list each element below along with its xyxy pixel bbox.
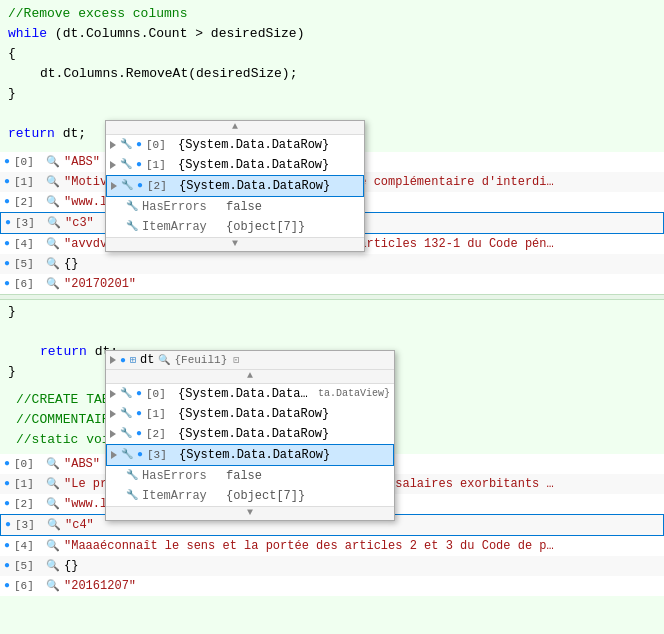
sub-row2-1[interactable]: 🔧 ● [1] {System.Data.DataRow} [106,404,394,424]
bullet-1: ● [136,156,142,174]
list2-index-2: [2] [14,495,42,513]
bullet-0: ● [136,136,142,154]
prop2-label-item: ItemArray [142,487,222,505]
list2-val-3: "c4" [65,516,94,534]
bullet2-2: ● [136,425,142,443]
expand-icon-dt2[interactable] [110,356,116,364]
bullet-list-4: ● [4,235,10,253]
bullet2-0: ● [136,385,142,403]
expand-icon2-0[interactable] [110,390,116,398]
expand-icon-2[interactable] [111,182,117,190]
list-val-6: "20170201" [64,275,136,293]
magnify-icon-1[interactable]: 🔍 [46,175,60,189]
list-row-6[interactable]: ● [6] 🔍 "20170201" [0,274,664,294]
wrench-icon-has: 🔧 [126,198,138,216]
list-row-5[interactable]: ● [5] 🔍 {} [0,254,664,274]
index-1: [1] [146,156,174,174]
code-brace-close: } [0,84,664,104]
list-index-3: [3] [15,214,43,232]
list2-index-6: [6] [14,577,42,595]
while-condition: (dt.Columns.Count > desiredSize) [55,26,305,41]
sub-row-2[interactable]: 🔧 ● [2] {System.Data.DataRow} [106,175,364,197]
magnify-icon-0[interactable]: 🔍 [46,155,60,169]
magnify2-icon-6[interactable]: 🔍 [46,579,60,593]
bottom-section: } return dt; } ● ⊞ dt 🔍 {Feuil1} ⊡ ▲ 🔧 [0,300,664,634]
list2-val-4: "Maaaéconnaît le sens et la portée des a… [64,537,554,555]
list2-val-0: "ABS" [64,455,100,473]
wrench-icon-0: 🔧 [120,136,132,154]
magnify-icon-2[interactable]: 🔍 [46,195,60,209]
expand-icon-1[interactable] [110,161,116,169]
bullet-list-3: ● [5,214,11,232]
prop-val-haserrors: false [226,198,262,216]
scroll-up-btn-2[interactable]: ▲ [106,370,394,384]
scroll-down-btn-2[interactable]: ▼ [106,506,394,520]
list2-row-4[interactable]: ● [4] 🔍 "Maaaéconnaît le sens et la port… [0,536,664,556]
code-brace-open: { [0,44,664,64]
magnify-icon-5[interactable]: 🔍 [46,257,60,271]
magnify-icon-3[interactable]: 🔍 [47,216,61,230]
bullet-dt2: ● [120,355,126,366]
sub-row2-0[interactable]: 🔧 ● [0] {System.Data.DataRow} ta.DataVie… [106,384,394,404]
value-0: {System.Data.DataRow} [178,136,329,154]
brace-icon-2[interactable]: ⊡ [233,354,239,366]
wrench2-2: 🔧 [120,425,132,443]
magnify-icon-6[interactable]: 🔍 [46,277,60,291]
sub-row-0[interactable]: 🔧 ● [0] {System.Data.DataRow} [106,135,364,155]
value2-2: {System.Data.DataRow} [178,425,329,443]
bullet-list-5: ● [4,255,10,273]
expand-icon2-3[interactable] [111,451,117,459]
bullet2-3: ● [137,446,143,464]
top-section: //Remove excess columns while (dt.Column… [0,0,664,294]
code-remove-at: dt.Columns.RemoveAt(desiredSize); [0,64,664,84]
value2-1: {System.Data.DataRow} [178,405,329,423]
magnify2-icon-2[interactable]: 🔍 [46,497,60,511]
bullet-list-0: ● [4,153,10,171]
sub-row-1[interactable]: 🔧 ● [1] {System.Data.DataRow} [106,155,364,175]
prop2-itemarray: 🔧 ItemArray {object[7]} [106,486,394,506]
tooltip-header-2: ● ⊞ dt 🔍 {Feuil1} ⊡ [106,351,394,370]
expand-icon-0[interactable] [110,141,116,149]
db-icon-2: ⊞ [130,354,136,366]
expand-icon2-1[interactable] [110,410,116,418]
list-index-6: [6] [14,275,42,293]
sub-row2-3[interactable]: 🔧 ● [3] {System.Data.DataRow} [106,444,394,466]
prop-row-haserrors: 🔧 HasErrors false [106,197,364,217]
magnify-icon-4[interactable]: 🔍 [46,237,60,251]
list-index-5: [5] [14,255,42,273]
prop-label-haserrors: HasErrors [142,198,222,216]
tooltip-panel-2[interactable]: ● ⊞ dt 🔍 {Feuil1} ⊡ ▲ 🔧 ● [0] {System.Da… [105,350,395,521]
list-val-5: {} [64,255,78,273]
prop2-val-has: false [226,467,262,485]
list2-index-1: [1] [14,475,42,493]
keyword-return: return [8,126,55,141]
code-blank-bottom [0,322,664,342]
list2-row-6[interactable]: ● [6] 🔍 "20161207" [0,576,664,596]
magnify2-icon-5[interactable]: 🔍 [46,559,60,573]
sub-row2-2[interactable]: 🔧 ● [2] {System.Data.DataRow} [106,424,394,444]
value-2: {System.Data.DataRow} [179,177,330,195]
keyword-while: while [8,26,47,41]
prop2-val-item: {object[7]} [226,487,305,505]
expand-icon2-2[interactable] [110,430,116,438]
prop-label-itemarray: ItemArray [142,218,222,236]
code-brace-bottom: } [0,302,664,322]
scroll-down-btn-1[interactable]: ▼ [106,237,364,251]
magnify2-icon-0[interactable]: 🔍 [46,457,60,471]
scroll-up-btn-1[interactable]: ▲ [106,121,364,135]
magnify-icon-dt2[interactable]: 🔍 [158,354,170,366]
magnify2-icon-1[interactable]: 🔍 [46,477,60,491]
code-comment-1: //Remove excess columns [0,4,664,24]
tooltip-panel-1[interactable]: ▲ 🔧 ● [0] {System.Data.DataRow} 🔧 ● [1] … [105,120,365,252]
list2-row-5[interactable]: ● [5] 🔍 {} [0,556,664,576]
bullet-list-6: ● [4,275,10,293]
bullet-list-2: ● [4,193,10,211]
magnify2-icon-3[interactable]: 🔍 [47,518,61,532]
bullet2-list-1: ● [4,475,10,493]
index2-3: [3] [147,446,175,464]
wrench2-3: 🔧 [121,446,133,464]
return-var: dt; [63,126,86,141]
wrench-icon-1: 🔧 [120,156,132,174]
bullet2-list-3: ● [5,516,11,534]
magnify2-icon-4[interactable]: 🔍 [46,539,60,553]
